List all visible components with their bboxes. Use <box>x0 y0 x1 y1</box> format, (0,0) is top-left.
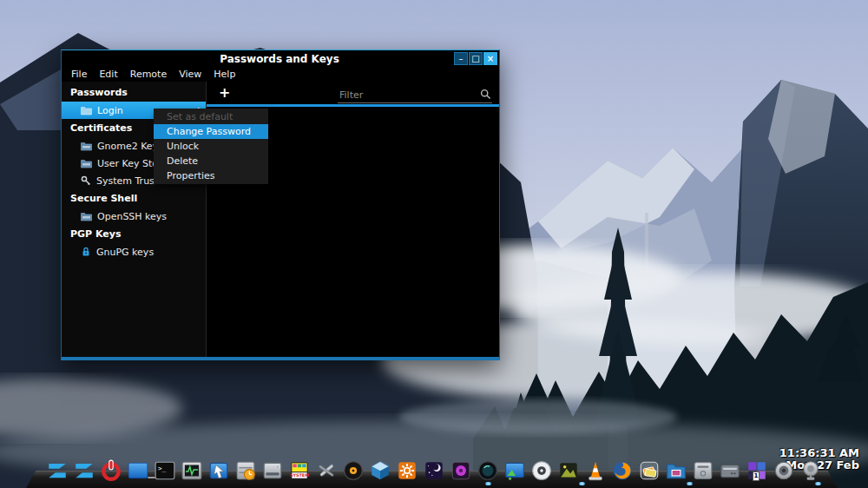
context-menu: Set as default Change Password Unlock De… <box>154 109 268 184</box>
vlc-icon[interactable] <box>583 458 607 482</box>
clock-time: 11:36:31 AM <box>779 447 859 459</box>
virtualbox-icon[interactable] <box>368 458 391 482</box>
terminal-icon[interactable]: >_ <box>153 458 176 482</box>
maximize-button[interactable]: □ <box>469 52 483 65</box>
menu-edit[interactable]: Edit <box>93 69 123 80</box>
sidebar-header-secure-shell: Secure Shell <box>62 189 206 208</box>
power-icon[interactable] <box>99 458 122 482</box>
audio-cd-icon[interactable] <box>529 458 553 482</box>
svg-text:>_: >_ <box>157 465 166 472</box>
folder-icon <box>81 212 92 221</box>
menu-help[interactable]: Help <box>207 69 241 80</box>
sidebar-header-passwords: Passwords <box>62 83 206 102</box>
search-icon <box>480 87 491 103</box>
system-monitor-icon[interactable] <box>180 458 203 482</box>
menu-item-set-as-default[interactable]: Set as default <box>154 109 268 124</box>
dock: >_ SYSTEM <box>45 458 822 482</box>
settings-gear-icon[interactable] <box>395 458 418 482</box>
titlebar[interactable]: Passwords and Keys – □ × <box>62 50 499 67</box>
media-player-icon[interactable] <box>449 458 472 482</box>
menu-item-delete[interactable]: Delete <box>154 154 268 168</box>
firefox-icon[interactable] <box>610 458 634 482</box>
zorin-menu-alt-icon[interactable] <box>72 458 95 482</box>
filter-input[interactable] <box>338 88 492 103</box>
sidebar-item-gnupg-keys[interactable]: GnuPG keys <box>62 243 206 260</box>
menubar: File Edit Remote View Help <box>62 67 499 82</box>
filter-field <box>338 85 492 103</box>
image-viewer-icon[interactable] <box>556 458 580 482</box>
add-item-button[interactable]: + <box>219 86 230 100</box>
file-history-icon[interactable] <box>233 458 257 482</box>
workspace-badge: 1 <box>753 472 760 481</box>
sidebar-header-pgp-keys: PGP Keys <box>62 225 206 243</box>
running-indicator <box>484 482 492 485</box>
disc-burner-icon[interactable] <box>341 458 365 482</box>
show-desktop-icon[interactable] <box>126 458 149 482</box>
subwoofer-icon[interactable] <box>799 458 822 482</box>
menu-item-properties[interactable]: Properties <box>154 168 268 183</box>
sidebar-item-openssh-keys[interactable]: OpenSSH keys <box>62 208 206 225</box>
menu-file[interactable]: File <box>65 69 93 80</box>
menu-view[interactable]: View <box>173 69 207 80</box>
external-drive-icon[interactable] <box>691 458 714 482</box>
folder-icon <box>81 159 92 168</box>
pictures-folder-icon[interactable] <box>664 458 687 482</box>
svg-text:SYSTEM: SYSTEM <box>290 472 309 478</box>
hard-drive-icon[interactable] <box>260 458 284 482</box>
stellarium-icon[interactable] <box>422 458 445 482</box>
running-indicator <box>686 482 694 485</box>
sidebar-item-label: System Trust <box>96 175 158 187</box>
key-icon <box>81 175 91 186</box>
tools-icon[interactable] <box>314 458 338 482</box>
passwords-and-keys-window: Passwords and Keys – □ × File Edit Remot… <box>61 49 500 360</box>
window-controls: – □ × <box>454 52 497 65</box>
card-file-icon[interactable] <box>637 458 661 482</box>
sidebar-item-label: Login <box>97 105 123 116</box>
app-grid-icon[interactable]: 1 <box>745 458 768 482</box>
camera-lens-icon[interactable] <box>476 458 499 482</box>
menu-item-change-password[interactable]: Change Password <box>154 124 268 139</box>
window-body: Passwords Login Certificates Gnome2 Key <box>62 82 499 357</box>
running-indicator <box>814 482 822 485</box>
toolbar: + <box>207 82 499 104</box>
system-info-icon[interactable]: SYSTEM <box>287 458 311 482</box>
running-indicator <box>578 482 586 485</box>
folder-icon <box>81 142 92 151</box>
window-title: Passwords and Keys <box>62 53 454 65</box>
minimize-button[interactable]: – <box>454 52 468 65</box>
display-icon[interactable] <box>503 458 526 482</box>
folder-icon <box>81 106 92 115</box>
zorin-menu-icon[interactable] <box>45 458 69 482</box>
desktop: Passwords and Keys – □ × File Edit Remot… <box>0 0 868 488</box>
sidebar-item-label: OpenSSH keys <box>97 211 167 222</box>
speaker-icon[interactable] <box>772 458 795 482</box>
theme-changer-icon[interactable] <box>207 458 230 482</box>
lock-icon <box>81 247 91 257</box>
close-button[interactable]: × <box>483 52 497 65</box>
menu-item-unlock[interactable]: Unlock <box>154 139 268 154</box>
sidebar-item-label: GnuPG keys <box>96 247 154 258</box>
menu-remote[interactable]: Remote <box>124 69 173 80</box>
scanner-icon[interactable] <box>718 458 741 482</box>
